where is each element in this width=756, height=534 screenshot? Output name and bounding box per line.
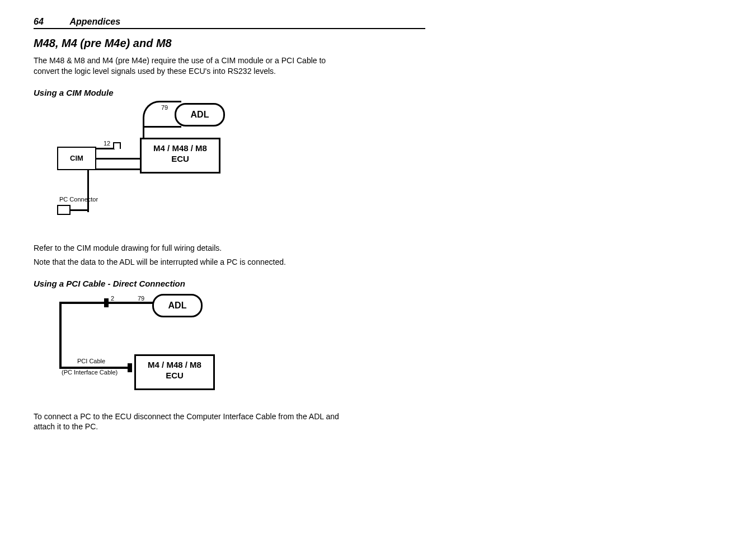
page-content: 64 Appendices M48, M4 (pre M4e) and M8 T… [34, 17, 425, 432]
plug-adl [104, 298, 109, 307]
pci-cable-sublabel: (PC Interface Cable) [62, 369, 118, 376]
pci-note: To connect a PC to the ECU disconnect th… [34, 411, 347, 433]
pci-cable-label: PCI Cable [77, 358, 105, 364]
cim-note-1: Refer to the CIM module drawing for full… [34, 243, 347, 254]
wire-cim-mid [96, 158, 140, 160]
ecu-box: M4 / M48 / M8ECU [134, 354, 215, 390]
pc-connector-label: PC Connector [59, 196, 98, 203]
adl-box: ADL [152, 294, 203, 317]
diagram-pci: 2 79 ADL M4 / M48 / M8ECU PCI Cable (PC … [34, 294, 235, 400]
wire-vert [59, 302, 62, 369]
connector-stub [113, 142, 121, 149]
intro-paragraph: The M48 & M8 and M4 (pre M4e) require th… [34, 55, 347, 77]
cim-note-2: Note that the data to the ADL will be in… [34, 257, 347, 268]
ecu-box: M4 / M48 / M8ECU [140, 138, 220, 174]
heading-cim: Using a CIM Module [34, 88, 425, 97]
heading-1: M48, M4 (pre M4e) and M8 [34, 37, 425, 50]
section-name: Appendices [69, 17, 120, 26]
heading-pci: Using a PCI Cable - Direct Connection [34, 279, 425, 288]
plug-ecu [128, 363, 132, 372]
page-number: 64 [34, 17, 67, 27]
running-header: 64 Appendices [34, 17, 425, 29]
pc-connector-box [57, 205, 71, 215]
pc-connector-wire [69, 209, 88, 211]
wire-cim-lower-v [87, 168, 89, 212]
wire-cim-upper [96, 148, 115, 149]
cim-box: CIM [57, 147, 96, 170]
pin-12-label: 12 [104, 140, 110, 147]
adl-box: ADL [175, 103, 225, 127]
diagram-cim: 79 ADL M4 / M48 / M8ECU 12 CIM PC Connec… [34, 103, 235, 232]
pin-2-label: 2 [111, 295, 114, 302]
pin-79-label: 79 [138, 295, 144, 302]
